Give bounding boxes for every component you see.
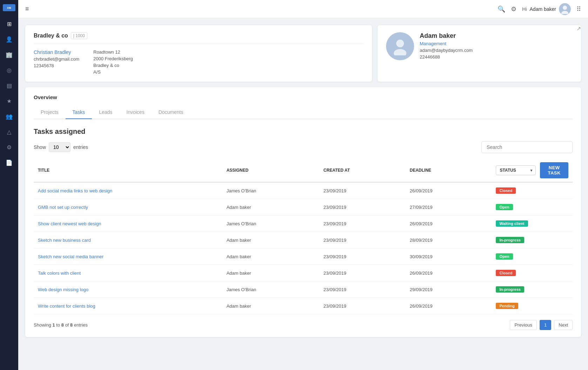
hamburger-menu-button[interactable]: ≡	[25, 5, 29, 13]
new-task-button[interactable]: NEW TASK	[540, 162, 568, 178]
sidebar-logo: DB	[3, 4, 15, 11]
task-created-cell: 23/09/2019	[319, 199, 406, 215]
gear-icon[interactable]: ⚙	[511, 5, 516, 13]
entries-select[interactable]: 10 25 50 100	[49, 142, 70, 152]
next-page-button[interactable]: Next	[554, 320, 573, 330]
task-status-cell: In-progress	[492, 281, 573, 298]
task-title-cell: Write content for clients blog	[34, 298, 222, 314]
person-name: Adam baker	[420, 32, 473, 40]
tab-documents[interactable]: Documents	[151, 106, 190, 119]
tasks-title: Tasks assigned	[34, 128, 573, 136]
svg-point-0	[563, 6, 567, 10]
sidebar-item-users[interactable]: 👤	[3, 33, 15, 46]
task-title-link[interactable]: Talk colors with client	[38, 270, 81, 276]
sidebar-item-targets[interactable]: ◎	[3, 64, 15, 76]
tab-tasks[interactable]: Tasks	[66, 106, 92, 119]
table-row: Talk colors with client Adam baker 23/09…	[34, 265, 573, 281]
status-filter-wrapper: STATUS Open Closed In-progress Pending W…	[496, 165, 536, 175]
task-status-cell: Closed	[492, 265, 573, 281]
contact-email: chrbradlet@gmail.com	[34, 56, 79, 62]
sidebar: DB ⊞ 👤 🏢 ◎ ▤ ★ 👥 △ ⚙ 📄	[0, 0, 18, 370]
user-avatar	[559, 3, 571, 15]
task-assigned-cell: James O'Brian	[222, 182, 319, 199]
task-assigned-cell: Adam baker	[222, 298, 319, 314]
sidebar-item-contacts[interactable]: 👥	[3, 110, 15, 123]
person-info: Adam baker Management adam@daybydaycrm.c…	[420, 32, 473, 60]
svg-point-2	[396, 40, 404, 47]
task-status-cell: Closed	[492, 182, 573, 199]
sidebar-item-dashboard[interactable]: ⊞	[3, 18, 15, 30]
contact-right: Roadtown 12 2000 Frederiksberg Bradley &…	[93, 49, 133, 75]
sidebar-item-companies[interactable]: 🏢	[3, 48, 15, 61]
table-row: Show client newest web design James O'Br…	[34, 215, 573, 232]
contact-details: Christian Bradley chrbradlet@gmail.com 1…	[34, 49, 364, 75]
pagination-info: Showing 1 to 8 of 8 entries	[34, 322, 88, 328]
status-badge: Open	[496, 204, 513, 210]
contact-left: Christian Bradley chrbradlet@gmail.com 1…	[34, 49, 79, 75]
tasks-table-body: Add social media links to web design Jam…	[34, 182, 573, 314]
show-label: Show	[34, 144, 46, 150]
col-header-status: STATUS Open Closed In-progress Pending W…	[492, 159, 573, 182]
pagination: Showing 1 to 8 of 8 entries Previous 1 N…	[34, 320, 573, 330]
status-filter-select[interactable]: STATUS Open Closed In-progress Pending W…	[496, 165, 536, 175]
col-header-title: TITLE	[34, 159, 222, 182]
svg-point-1	[561, 11, 568, 14]
contact-name-link[interactable]: Christian Bradley	[34, 49, 79, 55]
previous-page-button[interactable]: Previous	[510, 320, 537, 330]
task-title-cell: Add social media links to web design	[34, 182, 222, 199]
task-status-cell: Open	[492, 199, 573, 215]
search-input[interactable]	[481, 141, 573, 153]
task-status-cell: Waiting client	[492, 215, 573, 232]
task-assigned-cell: Adam baker	[222, 232, 319, 248]
task-title-cell: Show client newest web design	[34, 215, 222, 232]
sidebar-item-map[interactable]: △	[3, 125, 15, 138]
tab-invoices[interactable]: Invoices	[120, 106, 151, 119]
task-deadline-cell: 30/09/2019	[406, 248, 492, 265]
task-assigned-cell: Adam baker	[222, 265, 319, 281]
tab-leads[interactable]: Leads	[92, 106, 119, 119]
task-title-link[interactable]: Sketch new business card	[38, 238, 91, 243]
table-row: Write content for clients blog Adam bake…	[34, 298, 573, 314]
task-created-cell: 23/09/2019	[319, 281, 406, 298]
sidebar-item-documents[interactable]: 📄	[3, 156, 15, 169]
task-title-link[interactable]: Add social media links to web design	[38, 188, 112, 193]
tabs-bar: Projects Tasks Leads Invoices Documents	[34, 106, 573, 119]
sidebar-item-favorites[interactable]: ★	[3, 95, 15, 107]
share-icon[interactable]: ↗	[576, 25, 581, 32]
table-row: Sketch new business card Adam baker 23/0…	[34, 232, 573, 248]
status-badge: In-progress	[496, 237, 524, 243]
sidebar-item-settings[interactable]: ⚙	[3, 141, 15, 153]
person-card: Adam baker Management adam@daybydaycrm.c…	[378, 25, 581, 82]
person-avatar	[386, 32, 414, 60]
task-assigned-cell: James O'Brian	[222, 281, 319, 298]
company-id: | 1000	[71, 32, 87, 39]
status-badge: Waiting client	[496, 220, 528, 227]
tasks-controls: Show 10 25 50 100 entries	[34, 141, 573, 153]
address-line1: Roadtown 12	[93, 49, 133, 55]
task-deadline-cell: 26/09/2019	[406, 182, 492, 199]
table-row: Add social media links to web design Jam…	[34, 182, 573, 199]
task-title-cell: Sketch new social media banner	[34, 248, 222, 265]
status-badge: In-progress	[496, 286, 524, 293]
main-area: ≡ 🔍 ⚙ Hi Adam baker ⠿	[18, 0, 588, 370]
apps-grid-icon[interactable]: ⠿	[576, 5, 581, 13]
table-row: GMB not set up correctly Adam baker 23/0…	[34, 199, 573, 215]
sidebar-item-reports[interactable]: ▤	[3, 79, 15, 92]
task-title-link[interactable]: Show client newest web design	[38, 221, 101, 226]
task-status-cell: Open	[492, 248, 573, 265]
svg-point-3	[394, 49, 406, 55]
task-assigned-cell: Adam baker	[222, 248, 319, 265]
task-title-link[interactable]: Write content for clients blog	[38, 303, 95, 309]
search-icon[interactable]: 🔍	[498, 5, 505, 13]
task-title-link[interactable]: GMB not set up correctly	[38, 205, 88, 210]
address-line2: 2000 Frederiksberg	[93, 56, 133, 61]
page-1-button[interactable]: 1	[540, 320, 551, 330]
logo-text: DB	[7, 6, 11, 9]
task-created-cell: 23/09/2019	[319, 232, 406, 248]
tab-projects[interactable]: Projects	[34, 106, 66, 119]
entries-label: entries	[73, 144, 88, 150]
task-title-link[interactable]: Web design missing logo	[38, 287, 88, 292]
tasks-table: TITLE ASSIGNED CREATED AT DEADLINE	[34, 159, 573, 314]
task-title-link[interactable]: Sketch new social media banner	[38, 254, 103, 259]
task-assigned-cell: James O'Brian	[222, 215, 319, 232]
